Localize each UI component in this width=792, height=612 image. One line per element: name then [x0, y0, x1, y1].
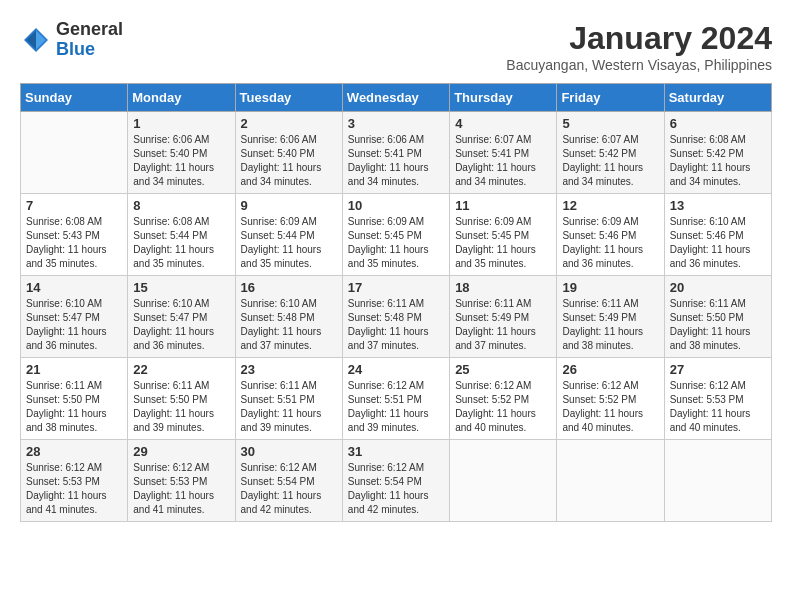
- day-info: Sunrise: 6:12 AMSunset: 5:53 PMDaylight:…: [133, 461, 229, 517]
- day-info: Sunrise: 6:12 AMSunset: 5:52 PMDaylight:…: [455, 379, 551, 435]
- day-number: 16: [241, 280, 337, 295]
- location-subtitle: Bacuyangan, Western Visayas, Philippines: [506, 57, 772, 73]
- day-number: 6: [670, 116, 766, 131]
- day-number: 28: [26, 444, 122, 459]
- day-number: 21: [26, 362, 122, 377]
- day-number: 27: [670, 362, 766, 377]
- week-row-2: 7 Sunrise: 6:08 AMSunset: 5:43 PMDayligh…: [21, 194, 772, 276]
- day-info: Sunrise: 6:12 AMSunset: 5:51 PMDaylight:…: [348, 379, 444, 435]
- day-info: Sunrise: 6:12 AMSunset: 5:54 PMDaylight:…: [241, 461, 337, 517]
- day-number: 8: [133, 198, 229, 213]
- day-cell: 1 Sunrise: 6:06 AMSunset: 5:40 PMDayligh…: [128, 112, 235, 194]
- header-cell-saturday: Saturday: [664, 84, 771, 112]
- logo-general-text: General: [56, 19, 123, 39]
- day-cell: [450, 440, 557, 522]
- day-number: 25: [455, 362, 551, 377]
- day-info: Sunrise: 6:10 AMSunset: 5:46 PMDaylight:…: [670, 215, 766, 271]
- week-row-3: 14 Sunrise: 6:10 AMSunset: 5:47 PMDaylig…: [21, 276, 772, 358]
- day-number: 15: [133, 280, 229, 295]
- day-number: 4: [455, 116, 551, 131]
- week-row-5: 28 Sunrise: 6:12 AMSunset: 5:53 PMDaylig…: [21, 440, 772, 522]
- header-cell-tuesday: Tuesday: [235, 84, 342, 112]
- day-cell: 20 Sunrise: 6:11 AMSunset: 5:50 PMDaylig…: [664, 276, 771, 358]
- day-number: 24: [348, 362, 444, 377]
- day-cell: 29 Sunrise: 6:12 AMSunset: 5:53 PMDaylig…: [128, 440, 235, 522]
- day-cell: 5 Sunrise: 6:07 AMSunset: 5:42 PMDayligh…: [557, 112, 664, 194]
- day-cell: [21, 112, 128, 194]
- day-info: Sunrise: 6:10 AMSunset: 5:48 PMDaylight:…: [241, 297, 337, 353]
- day-cell: [664, 440, 771, 522]
- logo: General Blue: [20, 20, 123, 60]
- title-block: January 2024 Bacuyangan, Western Visayas…: [506, 20, 772, 73]
- day-number: 19: [562, 280, 658, 295]
- day-info: Sunrise: 6:08 AMSunset: 5:44 PMDaylight:…: [133, 215, 229, 271]
- week-row-4: 21 Sunrise: 6:11 AMSunset: 5:50 PMDaylig…: [21, 358, 772, 440]
- header-cell-friday: Friday: [557, 84, 664, 112]
- day-number: 2: [241, 116, 337, 131]
- day-cell: 23 Sunrise: 6:11 AMSunset: 5:51 PMDaylig…: [235, 358, 342, 440]
- day-cell: 12 Sunrise: 6:09 AMSunset: 5:46 PMDaylig…: [557, 194, 664, 276]
- day-cell: 7 Sunrise: 6:08 AMSunset: 5:43 PMDayligh…: [21, 194, 128, 276]
- header-cell-monday: Monday: [128, 84, 235, 112]
- day-number: 10: [348, 198, 444, 213]
- day-info: Sunrise: 6:09 AMSunset: 5:45 PMDaylight:…: [348, 215, 444, 271]
- day-number: 11: [455, 198, 551, 213]
- day-cell: 28 Sunrise: 6:12 AMSunset: 5:53 PMDaylig…: [21, 440, 128, 522]
- day-number: 5: [562, 116, 658, 131]
- day-number: 18: [455, 280, 551, 295]
- day-number: 7: [26, 198, 122, 213]
- day-cell: 27 Sunrise: 6:12 AMSunset: 5:53 PMDaylig…: [664, 358, 771, 440]
- day-cell: 14 Sunrise: 6:10 AMSunset: 5:47 PMDaylig…: [21, 276, 128, 358]
- calendar-body: 1 Sunrise: 6:06 AMSunset: 5:40 PMDayligh…: [21, 112, 772, 522]
- day-info: Sunrise: 6:12 AMSunset: 5:53 PMDaylight:…: [670, 379, 766, 435]
- day-info: Sunrise: 6:11 AMSunset: 5:50 PMDaylight:…: [670, 297, 766, 353]
- day-cell: 17 Sunrise: 6:11 AMSunset: 5:48 PMDaylig…: [342, 276, 449, 358]
- day-number: 12: [562, 198, 658, 213]
- day-info: Sunrise: 6:11 AMSunset: 5:50 PMDaylight:…: [133, 379, 229, 435]
- day-number: 17: [348, 280, 444, 295]
- header-cell-thursday: Thursday: [450, 84, 557, 112]
- day-cell: 2 Sunrise: 6:06 AMSunset: 5:40 PMDayligh…: [235, 112, 342, 194]
- day-cell: 30 Sunrise: 6:12 AMSunset: 5:54 PMDaylig…: [235, 440, 342, 522]
- day-info: Sunrise: 6:07 AMSunset: 5:41 PMDaylight:…: [455, 133, 551, 189]
- day-number: 1: [133, 116, 229, 131]
- day-cell: 6 Sunrise: 6:08 AMSunset: 5:42 PMDayligh…: [664, 112, 771, 194]
- day-info: Sunrise: 6:11 AMSunset: 5:50 PMDaylight:…: [26, 379, 122, 435]
- calendar-table: SundayMondayTuesdayWednesdayThursdayFrid…: [20, 83, 772, 522]
- day-cell: 18 Sunrise: 6:11 AMSunset: 5:49 PMDaylig…: [450, 276, 557, 358]
- day-info: Sunrise: 6:12 AMSunset: 5:54 PMDaylight:…: [348, 461, 444, 517]
- day-cell: 10 Sunrise: 6:09 AMSunset: 5:45 PMDaylig…: [342, 194, 449, 276]
- header-row: SundayMondayTuesdayWednesdayThursdayFrid…: [21, 84, 772, 112]
- day-info: Sunrise: 6:06 AMSunset: 5:41 PMDaylight:…: [348, 133, 444, 189]
- day-cell: 25 Sunrise: 6:12 AMSunset: 5:52 PMDaylig…: [450, 358, 557, 440]
- day-cell: 3 Sunrise: 6:06 AMSunset: 5:41 PMDayligh…: [342, 112, 449, 194]
- day-info: Sunrise: 6:06 AMSunset: 5:40 PMDaylight:…: [241, 133, 337, 189]
- month-year-title: January 2024: [506, 20, 772, 57]
- day-cell: 15 Sunrise: 6:10 AMSunset: 5:47 PMDaylig…: [128, 276, 235, 358]
- day-cell: 22 Sunrise: 6:11 AMSunset: 5:50 PMDaylig…: [128, 358, 235, 440]
- header-cell-sunday: Sunday: [21, 84, 128, 112]
- day-info: Sunrise: 6:09 AMSunset: 5:44 PMDaylight:…: [241, 215, 337, 271]
- day-number: 26: [562, 362, 658, 377]
- day-number: 23: [241, 362, 337, 377]
- day-number: 13: [670, 198, 766, 213]
- day-info: Sunrise: 6:11 AMSunset: 5:48 PMDaylight:…: [348, 297, 444, 353]
- day-cell: 24 Sunrise: 6:12 AMSunset: 5:51 PMDaylig…: [342, 358, 449, 440]
- day-info: Sunrise: 6:11 AMSunset: 5:49 PMDaylight:…: [562, 297, 658, 353]
- day-info: Sunrise: 6:10 AMSunset: 5:47 PMDaylight:…: [26, 297, 122, 353]
- day-number: 22: [133, 362, 229, 377]
- day-number: 29: [133, 444, 229, 459]
- day-info: Sunrise: 6:12 AMSunset: 5:53 PMDaylight:…: [26, 461, 122, 517]
- day-cell: [557, 440, 664, 522]
- page-header: General Blue January 2024 Bacuyangan, We…: [20, 20, 772, 73]
- day-cell: 26 Sunrise: 6:12 AMSunset: 5:52 PMDaylig…: [557, 358, 664, 440]
- day-info: Sunrise: 6:11 AMSunset: 5:49 PMDaylight:…: [455, 297, 551, 353]
- day-cell: 16 Sunrise: 6:10 AMSunset: 5:48 PMDaylig…: [235, 276, 342, 358]
- day-info: Sunrise: 6:08 AMSunset: 5:43 PMDaylight:…: [26, 215, 122, 271]
- day-number: 3: [348, 116, 444, 131]
- day-cell: 31 Sunrise: 6:12 AMSunset: 5:54 PMDaylig…: [342, 440, 449, 522]
- day-cell: 8 Sunrise: 6:08 AMSunset: 5:44 PMDayligh…: [128, 194, 235, 276]
- week-row-1: 1 Sunrise: 6:06 AMSunset: 5:40 PMDayligh…: [21, 112, 772, 194]
- day-info: Sunrise: 6:06 AMSunset: 5:40 PMDaylight:…: [133, 133, 229, 189]
- day-cell: 9 Sunrise: 6:09 AMSunset: 5:44 PMDayligh…: [235, 194, 342, 276]
